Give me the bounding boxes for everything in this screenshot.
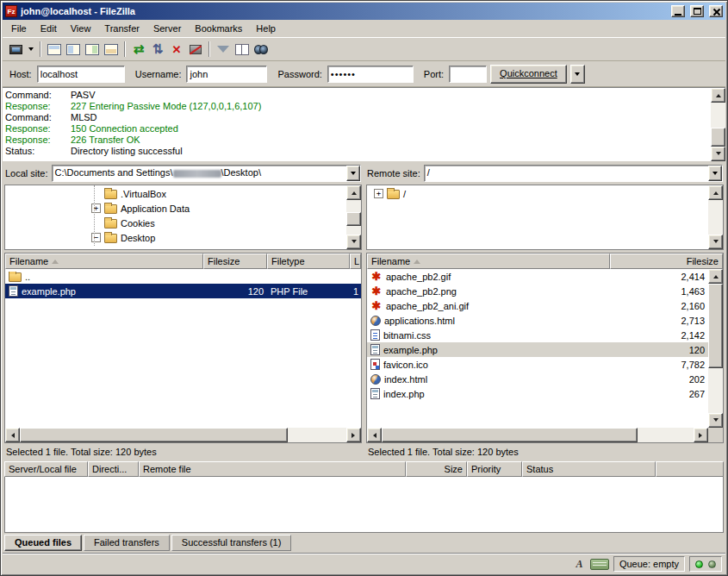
scroll-thumb[interactable] [711, 128, 725, 147]
scroll-right-button[interactable] [694, 428, 708, 442]
menu-help[interactable]: Help [249, 21, 283, 36]
remote-site-dropdown-button[interactable] [708, 166, 722, 181]
tree-item-cookies[interactable]: Cookies [5, 216, 346, 230]
column-last-modified[interactable]: L [350, 254, 361, 269]
queue-column-remote-file[interactable]: Remote file [139, 461, 406, 477]
filter-button[interactable] [214, 40, 233, 59]
disconnect-button[interactable] [186, 40, 205, 59]
column-filetype[interactable]: Filetype [267, 254, 350, 269]
remote-tree-scrollbar[interactable] [708, 185, 723, 249]
local-site-combo[interactable]: C:\Documents and Settings\\Desktop\ [52, 165, 361, 182]
password-input[interactable] [327, 66, 414, 83]
remote-file-row-apache-pb2-png[interactable]: ✱apache_pb2.png 1,463 [367, 284, 708, 298]
scroll-thumb[interactable] [382, 428, 638, 442]
toggle-message-log-button[interactable] [45, 40, 64, 59]
expand-plus-icon[interactable]: + [374, 189, 383, 198]
queue-column-direction[interactable]: Directi... [88, 461, 139, 477]
scroll-left-button[interactable] [367, 428, 382, 442]
toggle-remote-tree-button[interactable] [83, 40, 102, 59]
tab-failed-transfers[interactable]: Failed transfers [84, 535, 170, 551]
scroll-thumb[interactable] [346, 212, 361, 226]
remote-file-row-index-php[interactable]: index.php 267 [367, 386, 708, 401]
site-manager-dropdown-button[interactable] [25, 40, 36, 59]
scroll-track[interactable] [20, 428, 346, 442]
remote-file-row-example-php[interactable]: example.php 120 [367, 342, 708, 357]
scroll-up-button[interactable] [708, 185, 723, 200]
local-list-hscrollbar[interactable] [5, 428, 361, 442]
scroll-down-button[interactable] [708, 413, 723, 428]
queue-column-priority[interactable]: Priority [467, 461, 522, 477]
tab-queued-files[interactable]: Queued files [4, 535, 82, 551]
quickconnect-dropdown-button[interactable] [570, 65, 585, 84]
scroll-up-button[interactable] [346, 185, 361, 200]
scroll-track[interactable] [708, 284, 723, 413]
scroll-track[interactable] [711, 103, 725, 147]
remote-file-row-apache-pb2-gif[interactable]: ✱apache_pb2.gif 2,414 [367, 269, 708, 284]
menu-server[interactable]: Server [146, 21, 188, 36]
local-site-path[interactable]: C:\Documents and Settings\\Desktop\ [53, 166, 346, 181]
scroll-track[interactable] [346, 200, 361, 235]
menu-transfer[interactable]: Transfer [97, 21, 146, 36]
local-site-dropdown-button[interactable] [346, 166, 360, 181]
queue-list-area[interactable] [4, 477, 724, 533]
tree-item-desktop[interactable]: −Desktop [5, 230, 346, 245]
remote-file-row-apache-pb2-ani-gif[interactable]: ✱apache_pb2_ani.gif 2,160 [367, 298, 708, 313]
scroll-track[interactable] [382, 428, 694, 442]
scroll-down-button[interactable] [711, 147, 725, 161]
scroll-up-button[interactable] [708, 269, 723, 284]
titlebar[interactable]: Fz john@localhost - FileZilla [3, 3, 725, 20]
site-manager-button[interactable] [6, 40, 25, 59]
queue-column-size[interactable]: Size [406, 461, 467, 477]
username-input[interactable] [186, 66, 267, 83]
scroll-track[interactable] [708, 200, 723, 235]
remote-list-hscrollbar[interactable] [367, 428, 723, 442]
queue-column-status[interactable]: Status [522, 461, 656, 477]
remote-site-path[interactable]: / [425, 166, 708, 181]
remote-site-combo[interactable]: / [424, 165, 723, 182]
remote-file-row-favicon-ico[interactable]: favicon.ico 7,782 [367, 357, 708, 372]
queue-column-local-file[interactable]: Server/Local file [4, 461, 88, 477]
tab-successful-transfers[interactable]: Successful transfers (1) [171, 535, 292, 551]
remote-file-row-bitnami-css[interactable]: bitnami.css 2,142 [367, 328, 708, 342]
scroll-left-button[interactable] [5, 428, 20, 442]
menu-edit[interactable]: Edit [34, 21, 64, 36]
log-scrollbar[interactable] [711, 88, 725, 161]
scroll-up-button[interactable] [711, 88, 725, 103]
column-filename[interactable]: Filename [367, 254, 610, 269]
directory-comparison-button[interactable] [233, 40, 252, 59]
scroll-thumb[interactable] [708, 284, 723, 368]
quickconnect-button[interactable]: Quickconnect [490, 65, 567, 84]
scroll-down-button[interactable] [708, 235, 723, 249]
collapse-minus-icon[interactable]: − [91, 233, 101, 242]
host-input[interactable] [37, 66, 125, 83]
menu-file[interactable]: File [4, 21, 34, 36]
port-input[interactable] [449, 66, 487, 83]
maximize-button[interactable] [690, 5, 704, 17]
process-queue-button[interactable]: ⇅ [148, 40, 167, 59]
column-filename[interactable]: Filename [5, 254, 203, 269]
local-tree-scrollbar[interactable] [346, 185, 361, 249]
scroll-thumb[interactable] [20, 428, 288, 442]
remote-file-row-applications-html[interactable]: applications.html 2,713 [367, 313, 708, 328]
expand-plus-icon[interactable]: + [91, 203, 101, 213]
menu-bookmarks[interactable]: Bookmarks [188, 21, 249, 36]
find-files-button[interactable] [252, 40, 271, 59]
ascii-transfer-type-icon[interactable]: A [573, 558, 586, 571]
minimize-button[interactable] [671, 5, 685, 17]
close-button[interactable] [709, 5, 723, 17]
cancel-transfer-button[interactable]: ✕ [167, 40, 186, 59]
scroll-down-button[interactable] [346, 235, 361, 249]
column-filesize[interactable]: Filesize [610, 254, 723, 269]
remote-list-scrollbar[interactable] [708, 269, 723, 428]
tree-item-application-data[interactable]: +Application Data [5, 201, 346, 216]
local-file-row-parent[interactable]: .. [5, 269, 361, 284]
tree-item-root[interactable]: +/ [367, 186, 708, 201]
local-file-row-example-php[interactable]: example.php 120 PHP File 1 [5, 284, 361, 298]
refresh-button[interactable]: ⇄ [129, 40, 148, 59]
column-filesize[interactable]: Filesize [203, 254, 267, 269]
menu-view[interactable]: View [64, 21, 98, 36]
remote-file-row-index-html[interactable]: index.html 202 [367, 372, 708, 386]
toggle-local-tree-button[interactable] [64, 40, 83, 59]
scroll-right-button[interactable] [346, 428, 361, 442]
toggle-transfer-queue-button[interactable] [102, 40, 121, 59]
